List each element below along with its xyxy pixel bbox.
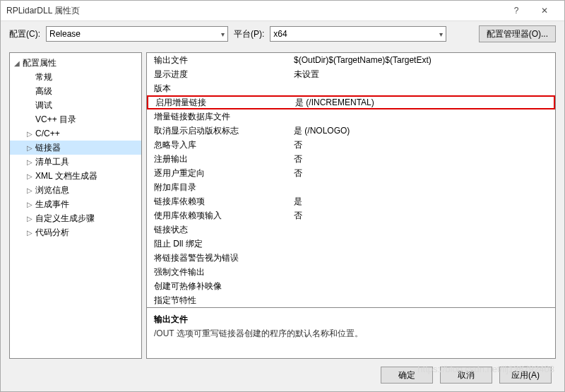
property-row[interactable]: 附加库目录	[147, 180, 555, 194]
tree-item-label: VC++ 目录	[35, 114, 76, 126]
property-row[interactable]: 将链接器警告视为错误	[147, 251, 555, 265]
property-row[interactable]: 链接库依赖项是	[147, 194, 555, 208]
property-row[interactable]: 忽略导入库否	[147, 138, 555, 152]
tree-item-label: 配置属性	[23, 57, 56, 69]
tree-item[interactable]: VC++ 目录	[10, 112, 141, 126]
property-row[interactable]: 取消显示启动版权标志是 (/NOLOGO)	[147, 124, 555, 138]
tree-collapsed-icon: ▷	[25, 144, 34, 152]
tree-collapsed-icon: ▷	[25, 215, 34, 222]
tree-item-label: XML 文档生成器	[35, 170, 97, 182]
tree-item[interactable]: ▷生成事件	[10, 197, 141, 211]
platform-value: x64	[273, 29, 287, 39]
config-label: 配置(C):	[9, 28, 40, 40]
tree-item-label: 常规	[35, 71, 52, 83]
chevron-down-icon: ▾	[439, 30, 443, 38]
property-label: 注册输出	[147, 153, 288, 165]
config-row: 配置(C): Release ▾ 平台(P): x64 ▾ 配置管理器(O)..…	[1, 21, 564, 47]
tree-item[interactable]: 高级	[10, 84, 141, 98]
property-row[interactable]: 使用库依赖项输入否	[147, 208, 555, 222]
property-row[interactable]: 增量链接数据库文件	[147, 109, 555, 124]
tree-item-label: 生成事件	[35, 198, 69, 210]
property-row[interactable]: 阻止 Dll 绑定	[147, 237, 555, 251]
tree-view[interactable]: ◢配置属性常规高级调试VC++ 目录▷C/C++▷链接器▷清单工具▷XML 文档…	[9, 52, 142, 359]
tree-item-label: 调试	[35, 100, 52, 112]
tree-item[interactable]: ▷C/C++	[10, 126, 141, 141]
apply-button[interactable]: 应用(A)	[499, 367, 552, 384]
property-label: 指定节特性	[147, 295, 288, 307]
property-value: 否	[288, 210, 555, 222]
property-row[interactable]: 注册输出否	[147, 152, 555, 166]
tree-collapsed-icon: ▷	[25, 201, 34, 208]
ok-button[interactable]: 确定	[381, 367, 433, 384]
tree-item-label: 链接器	[35, 142, 61, 154]
chevron-down-icon: ▾	[221, 30, 225, 38]
tree-item[interactable]: ▷浏览信息	[10, 183, 141, 197]
property-label: 忽略导入库	[147, 139, 288, 151]
property-grid[interactable]: 输出文件$(OutDir)$(TargetName)$(TargetExt)显示…	[147, 53, 555, 307]
tree-item-label: 自定义生成步骤	[35, 213, 95, 225]
tree-expanded-icon: ◢	[13, 59, 21, 67]
close-button[interactable]: ✕	[530, 1, 559, 20]
tree-item[interactable]: ▷XML 文档生成器	[10, 169, 141, 183]
property-row[interactable]: 链接状态	[147, 222, 555, 237]
cancel-button[interactable]: 取消	[440, 367, 492, 384]
property-row[interactable]: 逐用户重定向否	[147, 166, 555, 180]
config-manager-button[interactable]: 配置管理器(O)...	[479, 25, 556, 42]
tree-item[interactable]: 调试	[10, 98, 141, 112]
property-label: 强制文件输出	[147, 266, 288, 278]
tree-item[interactable]: ▷清单工具	[10, 155, 141, 169]
property-label: 附加库目录	[147, 182, 288, 194]
tree-item-label: 清单工具	[35, 156, 69, 168]
description-pane: 输出文件 /OUT 选项可重写链接器创建的程序的默认名称和位置。	[147, 307, 555, 358]
tree-collapsed-icon: ▷	[25, 172, 34, 180]
property-value: 是 (/INCREMENTAL)	[290, 97, 554, 109]
property-value: 是 (/NOLOGO)	[288, 125, 555, 137]
property-label: 增量链接数据库文件	[147, 111, 288, 123]
titlebar: RPLidarDLL 属性页 ? ✕	[1, 1, 564, 21]
property-label: 版本	[147, 83, 288, 95]
property-row[interactable]: 版本	[147, 81, 555, 95]
help-button[interactable]: ?	[502, 1, 530, 20]
property-row[interactable]: 输出文件$(OutDir)$(TargetName)$(TargetExt)	[147, 53, 555, 67]
property-label: 链接库依赖项	[147, 196, 288, 208]
tree-item-label: 浏览信息	[35, 184, 69, 196]
property-label: 阻止 Dll 绑定	[147, 238, 288, 250]
tree-collapsed-icon: ▷	[25, 229, 34, 237]
property-row[interactable]: 指定节特性	[147, 293, 555, 307]
property-label: 输出文件	[147, 54, 288, 66]
property-label: 创建可热修补映像	[147, 280, 288, 292]
tree-item-label: C/C++	[35, 129, 60, 138]
tree-item-label: 代码分析	[35, 227, 69, 239]
config-value: Release	[49, 29, 81, 39]
property-value: 否	[288, 139, 555, 151]
platform-dropdown[interactable]: x64 ▾	[270, 26, 446, 42]
property-value: $(OutDir)$(TargetName)$(TargetExt)	[288, 55, 555, 65]
property-row[interactable]: 创建可热修补映像	[147, 279, 555, 293]
property-label: 使用库依赖项输入	[147, 210, 288, 222]
tree-collapsed-icon: ▷	[25, 158, 34, 166]
property-label: 逐用户重定向	[147, 167, 288, 179]
property-value: 否	[288, 153, 555, 165]
property-label: 启用增量链接	[148, 97, 290, 109]
window-title: RPLidarDLL 属性页	[6, 5, 502, 17]
footer: 确定 取消 应用(A)	[1, 359, 564, 391]
property-label: 链接状态	[147, 224, 288, 236]
platform-label: 平台(P):	[234, 28, 264, 40]
description-text: /OUT 选项可重写链接器创建的程序的默认名称和位置。	[154, 328, 548, 340]
tree-item[interactable]: 常规	[10, 70, 141, 84]
tree-item[interactable]: ▷自定义生成步骤	[10, 211, 141, 225]
property-label: 显示进度	[147, 69, 288, 81]
tree-item[interactable]: ◢配置属性	[10, 56, 141, 70]
tree-collapsed-icon: ▷	[25, 186, 34, 194]
property-value: 未设置	[288, 69, 555, 81]
tree-item-label: 高级	[35, 85, 52, 97]
property-row[interactable]: 启用增量链接是 (/INCREMENTAL)	[147, 95, 555, 109]
tree-collapsed-icon: ▷	[25, 130, 34, 138]
tree-item[interactable]: ▷代码分析	[10, 225, 141, 239]
tree-item[interactable]: ▷链接器	[10, 141, 141, 155]
property-row[interactable]: 显示进度未设置	[147, 67, 555, 81]
description-title: 输出文件	[154, 314, 548, 326]
property-row[interactable]: 强制文件输出	[147, 265, 555, 279]
config-dropdown[interactable]: Release ▾	[46, 26, 228, 42]
property-value: 否	[288, 167, 555, 179]
